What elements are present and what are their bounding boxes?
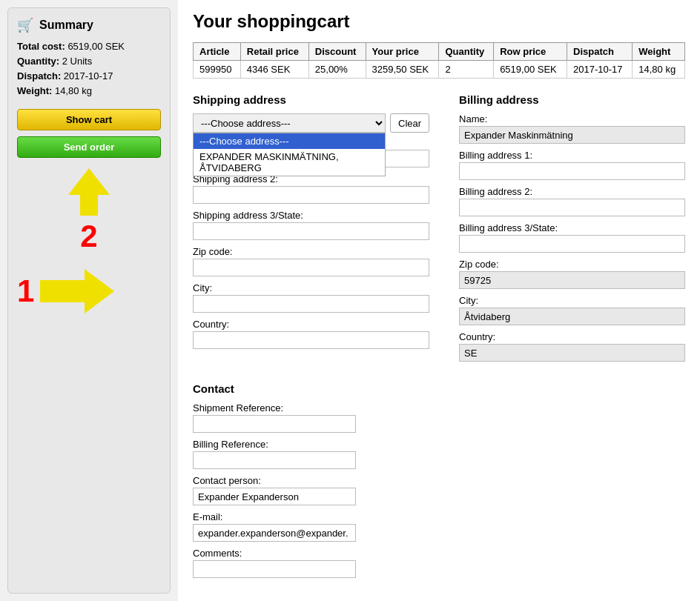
shipping-addr2-group: Shipping address 2: <box>193 173 429 204</box>
sidebar-title: 🛒 Summary <box>17 17 161 33</box>
shipping-addr3-label: Shipping address 3/State: <box>193 210 429 221</box>
billing-city-input <box>459 308 685 325</box>
weight-row: Weight: 14,80 kg <box>17 85 161 96</box>
shipping-addr2-input[interactable] <box>193 186 429 204</box>
arrow-right-annotation: 1 <box>17 269 161 313</box>
weight-value: 14,80 kg <box>55 85 92 96</box>
contact-person-group: Contact person: <box>193 475 685 505</box>
shipping-addr3-group: Shipping address 3/State: <box>193 210 429 240</box>
dispatch-label: Dispatch: <box>17 70 61 82</box>
comments-group: Comments: <box>193 548 685 578</box>
billing-zip-group: Zip code: <box>459 259 685 289</box>
contact-title: Contact <box>193 382 685 395</box>
shipping-zip-input[interactable] <box>193 259 429 276</box>
contact-section: Contact Shipment Reference: Billing Refe… <box>193 382 685 578</box>
col-dispatch: Dispatch <box>567 43 633 61</box>
shipping-city-group: City: <box>193 282 429 313</box>
comments-input[interactable] <box>193 560 356 578</box>
billing-city-label: City: <box>459 295 685 306</box>
shipping-dropdown-popup: ---Choose address--- EXPANDER MASKINMÄTN… <box>193 133 386 176</box>
col-row-price: Row price <box>494 43 567 61</box>
col-weight: Weight <box>633 43 685 61</box>
billing-ref-input[interactable] <box>193 451 356 469</box>
contact-person-label: Contact person: <box>193 475 685 486</box>
arrow-up-annotation <box>17 168 161 216</box>
shipping-city-input[interactable] <box>193 295 429 313</box>
billing-zip-label: Zip code: <box>459 259 685 270</box>
dispatch-value: 2017-10-17 <box>64 70 113 82</box>
total-cost-value: 6519,00 SEK <box>67 41 125 52</box>
col-quantity: Quantity <box>439 43 494 61</box>
billing-name-input <box>459 126 685 144</box>
arrow-up-body <box>80 195 98 216</box>
number-1-label: 1 <box>17 273 34 309</box>
billing-city-group: City: <box>459 295 685 325</box>
shipping-zip-label: Zip code: <box>193 246 429 257</box>
table-cell: 3259,50 SEK <box>366 61 439 79</box>
table-cell: 4346 SEK <box>240 61 308 79</box>
shipping-dropdown-row: ---Choose address--- EXPANDER MASKINMÄTN… <box>193 113 429 133</box>
billing-ref-label: Billing Reference: <box>193 439 685 450</box>
billing-addr1-input[interactable] <box>459 162 685 180</box>
dropdown-option-choose[interactable]: ---Choose address--- <box>194 133 385 149</box>
email-label: E-mail: <box>193 511 685 522</box>
shipping-addr3-input[interactable] <box>193 222 429 240</box>
billing-addr2-input[interactable] <box>459 199 685 216</box>
col-discount: Discount <box>308 43 366 61</box>
email-group: E-mail: <box>193 511 685 542</box>
col-your-price: Your price <box>366 43 439 61</box>
send-order-button[interactable]: Send order <box>17 136 161 158</box>
show-cart-button[interactable]: Show cart <box>17 109 161 130</box>
shipping-country-input[interactable] <box>193 331 429 349</box>
table-cell: 25,00% <box>308 61 366 79</box>
dispatch-row: Dispatch: 2017-10-17 <box>17 70 161 82</box>
billing-name-group: Name: <box>459 113 685 144</box>
sidebar: 🛒 Summary Total cost: 6519,00 SEK Quanti… <box>7 7 171 594</box>
clear-button[interactable]: Clear <box>390 113 429 133</box>
quantity-value: 2 Units <box>62 56 92 67</box>
billing-country-label: Country: <box>459 331 685 342</box>
address-section: Shipping address ---Choose address--- EX… <box>193 93 685 368</box>
billing-addr2-label: Billing address 2: <box>459 186 685 197</box>
billing-addr3-input[interactable] <box>459 235 685 253</box>
table-cell: 2017-10-17 <box>567 61 633 79</box>
billing-country-input <box>459 344 685 362</box>
billing-name-label: Name: <box>459 113 685 124</box>
col-article: Article <box>194 43 241 61</box>
table-row: 5999504346 SEK25,00%3259,50 SEK26519,00 … <box>194 61 685 79</box>
billing-addr1-group: Billing address 1: <box>459 150 685 180</box>
number-2-label: 2 <box>17 219 161 254</box>
arrow-right-body <box>40 280 85 302</box>
dropdown-option-expander[interactable]: EXPANDER MASKINMÄTNING, ÅTVIDABERG <box>194 149 385 176</box>
billing-addr3-label: Billing address 3/State: <box>459 222 685 233</box>
order-table: Article Retail price Discount Your price… <box>193 42 685 79</box>
quantity-label: Quantity: <box>17 56 59 67</box>
col-retail-price: Retail price <box>240 43 308 61</box>
total-cost-label: Total cost: <box>17 41 65 52</box>
total-cost-row: Total cost: 6519,00 SEK <box>17 41 161 52</box>
page-title: Your shoppingcart <box>193 11 685 32</box>
shipping-address-select[interactable]: ---Choose address--- EXPANDER MASKINMÄTN… <box>193 113 386 133</box>
order-table-body: 5999504346 SEK25,00%3259,50 SEK26519,00 … <box>194 61 685 79</box>
table-cell: 6519,00 SEK <box>494 61 567 79</box>
arrow-up-icon <box>68 168 110 195</box>
billing-title: Billing address <box>459 93 685 106</box>
shipping-city-label: City: <box>193 282 429 293</box>
main-content: Your shoppingcart Article Retail price D… <box>178 0 700 601</box>
cart-icon: 🛒 <box>17 17 33 33</box>
shipping-country-group: Country: <box>193 319 429 349</box>
contact-person-input[interactable] <box>193 488 356 505</box>
billing-zip-input <box>459 271 685 289</box>
billing-ref-group: Billing Reference: <box>193 439 685 469</box>
sidebar-title-text: Summary <box>39 19 93 32</box>
table-cell: 599950 <box>194 61 241 79</box>
shipment-ref-group: Shipment Reference: <box>193 402 685 433</box>
shipment-ref-label: Shipment Reference: <box>193 402 685 414</box>
shipment-ref-input[interactable] <box>193 415 356 433</box>
arrow-right-head <box>85 269 114 313</box>
table-header-row: Article Retail price Discount Your price… <box>194 43 685 61</box>
billing-addr3-group: Billing address 3/State: <box>459 222 685 253</box>
billing-col: Billing address Name: Billing address 1:… <box>459 93 685 368</box>
email-input[interactable] <box>193 524 356 542</box>
table-cell: 14,80 kg <box>633 61 685 79</box>
